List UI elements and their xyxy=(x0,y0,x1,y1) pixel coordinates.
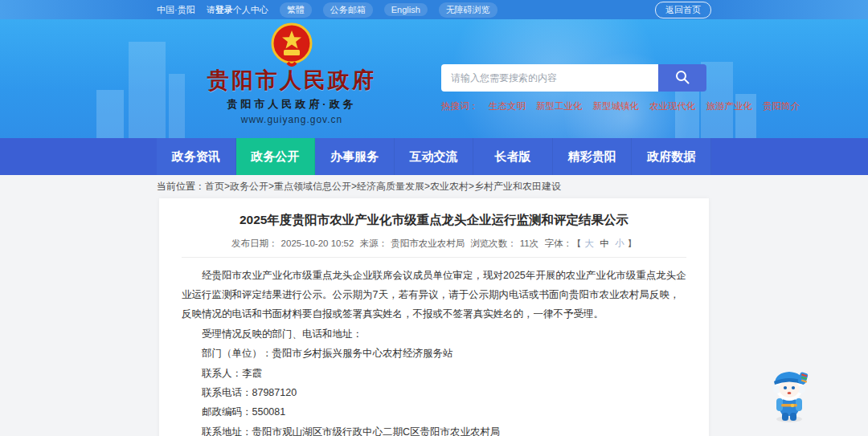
hot-search-word[interactable]: 旅游产业化 xyxy=(706,100,753,112)
site-header-banner: 贵阳市人民政府 贵阳市人民政府·政务 www.guiyang.gov.cn 热搜… xyxy=(0,19,868,138)
traditional-chinese-link[interactable]: 繁體 xyxy=(280,2,312,18)
back-home-button[interactable]: 返回首页 xyxy=(655,2,711,18)
page-content: 2025年度贵阳市农业产业化市级重点龙头企业运行监测和评定结果公示 发布日期：2… xyxy=(0,198,868,436)
article-card: 2025年度贵阳市农业产业化市级重点龙头企业运行监测和评定结果公示 发布日期：2… xyxy=(159,198,709,436)
search-input[interactable] xyxy=(441,64,658,92)
hot-search-row: 热搜词： 生态文明 新型工业化 新型城镇化 农业现代化 旅游产业化 贵阳简介 xyxy=(441,100,706,112)
font-size-label: 字体：【 xyxy=(544,238,581,248)
font-size-large-button[interactable]: 大 xyxy=(584,238,594,248)
site-url: www.guiyang.gov.cn xyxy=(171,114,412,125)
source-label: 来源： xyxy=(360,238,388,248)
nav-item-hudong-jiaoliu[interactable]: 互动交流 xyxy=(395,138,474,175)
nav-item-banshi-fuwu[interactable]: 办事服务 xyxy=(315,138,395,175)
search-icon xyxy=(674,69,690,88)
hot-search-word[interactable]: 生态文明 xyxy=(489,100,526,112)
article-paragraph: 邮政编码：550081 xyxy=(182,402,686,422)
article-paragraph: 联系电话：87987120 xyxy=(182,383,686,402)
site-title: 贵阳市人民政府 xyxy=(171,69,412,93)
search-button[interactable] xyxy=(658,64,706,92)
article-paragraph: 受理情况反映的部门、电话和地址： xyxy=(182,324,686,344)
site-subtitle: 贵阳市人民政府·政务 xyxy=(171,97,412,112)
search-area: 热搜词： 生态文明 新型工业化 新型城镇化 农业现代化 旅游产业化 贵阳简介 xyxy=(441,64,706,112)
national-emblem-icon xyxy=(270,22,313,69)
top-utility-bar: 中国·贵阳 请登录个人中心 繁體 公务邮箱 English 无障碍浏览 返回首页 xyxy=(0,0,868,19)
article-title: 2025年度贵阳市农业产业化市级重点龙头企业运行监测和评定结果公示 xyxy=(182,211,686,229)
city-silhouette xyxy=(96,90,124,138)
hot-search-word[interactable]: 农业现代化 xyxy=(649,100,696,112)
login-link[interactable]: 登录 xyxy=(215,5,233,14)
nav-item-zhangzheban[interactable]: 长者版 xyxy=(473,138,553,175)
login-prefix: 请 xyxy=(207,5,215,14)
views-value: 11次 xyxy=(520,238,538,248)
article-paragraph: 联系人：李霞 xyxy=(182,364,686,383)
article-body: 经贵阳市农业产业化市级重点龙头企业联席会议成员单位审定，现对2025年开展的农业… xyxy=(182,266,686,436)
login-suffix: 个人中心 xyxy=(233,5,268,14)
hot-search-word[interactable]: 新型工业化 xyxy=(536,100,583,112)
publish-date-label: 发布日期： xyxy=(231,238,278,248)
main-navigation: 政务资讯 政务公开 办事服务 互动交流 长者版 精彩贵阳 政府数据 xyxy=(0,138,868,175)
font-size-small-button[interactable]: 小 xyxy=(615,238,624,248)
nav-item-zhengfu-shuju[interactable]: 政府数据 xyxy=(632,138,711,175)
article-paragraph: 联系地址：贵阳市观山湖区市级行政中心二期C区贵阳市农业农村局 xyxy=(182,422,686,436)
region-link[interactable]: 中国·贵阳 xyxy=(157,4,195,16)
article-paragraph: 经贵阳市农业产业化市级重点龙头企业联席会议成员单位审定，现对2025年开展的农业… xyxy=(182,266,686,324)
breadcrumb-path[interactable]: 首页>政务公开>重点领域信息公开>经济高质量发展>农业农村>乡村产业和农田建设 xyxy=(205,181,561,192)
font-size-label-close: 】 xyxy=(627,238,637,248)
hot-search-label: 热搜词： xyxy=(441,100,478,112)
nav-item-jingcai-guiyang[interactable]: 精彩贵阳 xyxy=(553,138,633,175)
article-paragraph: 部门（单位）：贵阳市乡村振兴服务中心农村经济服务站 xyxy=(182,344,686,363)
official-mail-link[interactable]: 公务邮箱 xyxy=(323,2,373,18)
breadcrumb-bar: 当前位置：首页>政务公开>重点领域信息公开>经济高质量发展>农业农村>乡村产业和… xyxy=(0,175,868,198)
breadcrumb: 当前位置：首页>政务公开>重点领域信息公开>经济高质量发展>农业农村>乡村产业和… xyxy=(157,180,711,194)
mascot-assistant[interactable] xyxy=(760,363,818,424)
breadcrumb-label: 当前位置： xyxy=(157,181,205,192)
source-value: 贵阳市农业农村局 xyxy=(391,238,465,248)
hot-search-word[interactable]: 贵阳简介 xyxy=(763,100,800,112)
login-entry[interactable]: 请登录个人中心 xyxy=(207,4,268,16)
accessibility-link[interactable]: 无障碍浏览 xyxy=(439,2,497,18)
publish-date: 2025-10-20 10:52 xyxy=(281,238,354,248)
views-label: 浏览次数： xyxy=(470,238,517,248)
nav-item-zhengwu-zixun[interactable]: 政务资讯 xyxy=(157,138,236,175)
article-meta: 发布日期：2025-10-20 10:52 来源：贵阳市农业农村局 浏览次数：1… xyxy=(182,238,686,258)
font-size-medium-button[interactable]: 中 xyxy=(600,238,609,248)
nav-item-zhengwu-gongkai[interactable]: 政务公开 xyxy=(236,138,316,175)
english-link[interactable]: English xyxy=(384,3,428,16)
site-logo[interactable]: 贵阳市人民政府 贵阳市人民政府·政务 www.guiyang.gov.cn xyxy=(171,22,412,125)
hot-search-word[interactable]: 新型城镇化 xyxy=(593,100,640,112)
